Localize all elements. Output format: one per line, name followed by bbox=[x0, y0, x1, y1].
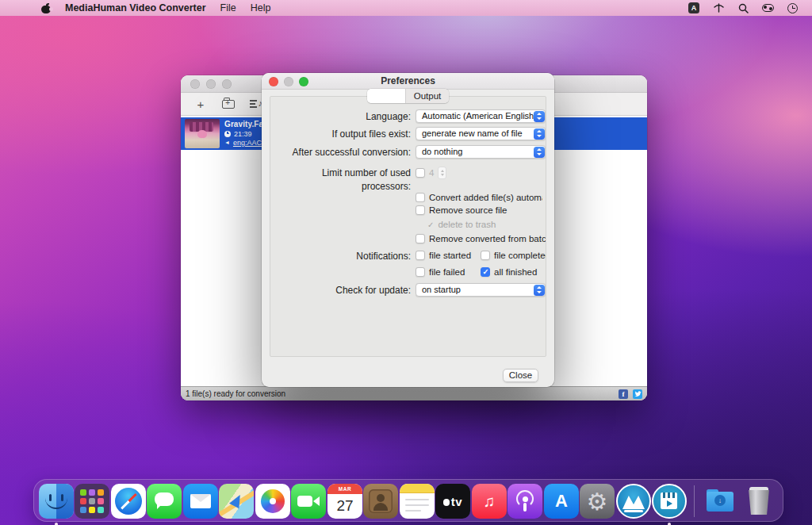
dock-item-podcasts[interactable] bbox=[508, 484, 542, 519]
menu-help[interactable]: Help bbox=[251, 2, 271, 13]
popup-stepper-icon bbox=[534, 285, 545, 296]
file-failed-checkbox[interactable] bbox=[416, 267, 425, 277]
zoom-traffic-light[interactable] bbox=[222, 79, 232, 89]
tab-output[interactable]: Output bbox=[405, 89, 449, 103]
all-finished-checkbox[interactable] bbox=[481, 267, 490, 277]
convert-auto-label: Convert added file(s) automatically bbox=[429, 193, 542, 202]
music-note-icon: ♫ bbox=[484, 492, 496, 511]
clock-icon[interactable] bbox=[787, 3, 798, 13]
output-exist-label: If output files exist: bbox=[282, 128, 411, 141]
dock-item-finder[interactable] bbox=[39, 484, 74, 519]
limit-processors-checkbox[interactable] bbox=[416, 168, 425, 178]
close-traffic-light[interactable] bbox=[190, 79, 200, 89]
twitter-icon[interactable] bbox=[633, 389, 642, 399]
delete-trash-check-icon: ✓ bbox=[427, 220, 434, 229]
facebook-icon[interactable]: f bbox=[619, 389, 628, 399]
minimize-traffic-light[interactable] bbox=[284, 77, 293, 86]
minimize-traffic-light[interactable] bbox=[206, 79, 216, 89]
dock-item-facetime[interactable] bbox=[291, 484, 326, 519]
file-started-checkbox[interactable] bbox=[416, 251, 425, 260]
spotlight-search-icon[interactable] bbox=[738, 3, 749, 13]
remove-batch-label: Remove converted from batch bbox=[429, 234, 546, 243]
check-update-label: Check for update: bbox=[282, 284, 411, 297]
duration-icon bbox=[224, 131, 231, 137]
processors-stepper[interactable] bbox=[438, 167, 446, 179]
menu-app-name[interactable]: MediaHuman Video Converter bbox=[65, 2, 206, 13]
limit-processors-label: Limit number of used processors: bbox=[282, 167, 411, 194]
status-text: 1 file(s) ready for conversion bbox=[186, 389, 285, 398]
dock-item-contacts[interactable] bbox=[363, 484, 398, 519]
menu-file[interactable]: File bbox=[220, 2, 236, 13]
dock-item-safari[interactable] bbox=[111, 484, 146, 519]
file-duration: 21:39 bbox=[234, 130, 252, 138]
remove-batch-checkbox[interactable] bbox=[416, 234, 425, 243]
input-source-icon[interactable]: A bbox=[688, 2, 699, 13]
dock-item-calendar[interactable]: MAR27 bbox=[327, 484, 362, 519]
close-traffic-light[interactable] bbox=[269, 77, 278, 86]
after-conversion-label: After successful conversion: bbox=[282, 146, 411, 159]
dock-divider bbox=[694, 485, 695, 517]
processors-count: 4 bbox=[429, 168, 434, 178]
preferences-panel: Language: Automatic (American English) I… bbox=[270, 96, 546, 357]
zoom-traffic-light[interactable] bbox=[299, 77, 308, 86]
dock-item-mail[interactable] bbox=[183, 484, 218, 519]
gear-icon: ⚙ bbox=[587, 488, 608, 515]
file-started-label: file started bbox=[429, 251, 471, 260]
dock-item-tv[interactable]: tv bbox=[435, 484, 470, 519]
converter-running-indicator bbox=[668, 523, 671, 525]
file-completed-label: file completed bbox=[494, 251, 546, 260]
dock-item-music[interactable]: ♫ bbox=[472, 484, 507, 519]
control-center-icon[interactable] bbox=[762, 4, 774, 12]
remove-source-label: Remove source file bbox=[429, 205, 507, 215]
preferences-tabs: Output bbox=[367, 89, 449, 103]
all-finished-label: all finished bbox=[494, 267, 537, 277]
audio-icon: ◄ bbox=[224, 140, 230, 146]
popup-stepper-icon bbox=[534, 147, 545, 158]
add-file-button[interactable]: + bbox=[192, 96, 209, 112]
apple-menu-icon[interactable] bbox=[41, 3, 51, 13]
output-exist-popup[interactable]: generate new name of file bbox=[416, 127, 546, 140]
dock-item-mediahuman[interactable] bbox=[616, 484, 651, 519]
dock-item-launchpad[interactable] bbox=[75, 484, 109, 519]
language-label: Language: bbox=[282, 110, 411, 124]
delete-trash-label: delete to trash bbox=[438, 220, 496, 229]
dock-item-photos[interactable] bbox=[255, 484, 290, 519]
desktop-wallpaper: MediaHuman Video Converter File Help A +… bbox=[0, 0, 812, 525]
video-thumbnail bbox=[185, 119, 220, 148]
popup-stepper-icon bbox=[534, 111, 545, 122]
dock-item-video-converter[interactable] bbox=[652, 484, 687, 519]
convert-auto-checkbox[interactable] bbox=[416, 193, 425, 202]
dock-item-messages[interactable] bbox=[147, 484, 182, 519]
check-update-popup[interactable]: on startup bbox=[416, 283, 546, 297]
dock: MAR27 tv ♫ A ⚙ ↓ bbox=[33, 479, 783, 522]
dock-item-downloads[interactable]: ↓ bbox=[703, 484, 737, 519]
wifi-icon[interactable] bbox=[713, 3, 725, 13]
language-popup[interactable]: Automatic (American English) bbox=[416, 109, 546, 123]
remove-source-checkbox[interactable] bbox=[416, 205, 425, 215]
preferences-titlebar[interactable]: Preferences bbox=[262, 73, 554, 90]
finder-running-indicator bbox=[55, 523, 58, 525]
status-bar: 1 file(s) ready for conversion f bbox=[181, 386, 647, 400]
file-failed-label: file failed bbox=[429, 267, 465, 277]
after-conversion-popup[interactable]: do nothing bbox=[416, 145, 546, 159]
dock-item-notes[interactable] bbox=[400, 484, 435, 519]
close-button[interactable]: Close bbox=[503, 369, 538, 382]
popup-stepper-icon bbox=[534, 128, 545, 140]
menu-bar: MediaHuman Video Converter File Help A bbox=[0, 0, 812, 16]
dialog-title: Preferences bbox=[381, 75, 435, 86]
notifications-label: Notifications: bbox=[282, 250, 411, 263]
preferences-dialog: Preferences Output Language: Automatic (… bbox=[262, 73, 554, 387]
dock-item-system-preferences[interactable]: ⚙ bbox=[580, 484, 615, 519]
add-folder-button[interactable] bbox=[220, 96, 237, 112]
dock-item-trash[interactable] bbox=[741, 484, 776, 519]
dock-item-maps[interactable] bbox=[219, 484, 254, 519]
dock-item-appstore[interactable]: A bbox=[544, 484, 579, 519]
tab-general[interactable] bbox=[367, 89, 405, 103]
file-completed-checkbox[interactable] bbox=[481, 251, 490, 260]
